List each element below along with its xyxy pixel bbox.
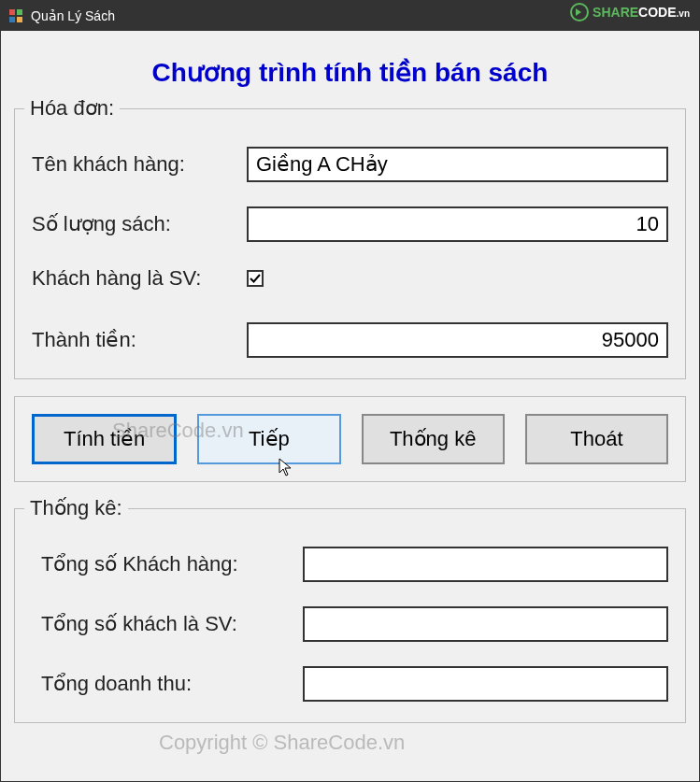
stats-group: Thống kê: Tổng số Khách hàng: Tổng số kh… [14, 508, 686, 723]
invoice-group: Hóa đơn: Tên khách hàng: Số lượng sách: … [14, 108, 686, 379]
exit-button[interactable]: Thoát [525, 414, 668, 464]
row-total-customers: Tổng số Khách hàng: [32, 547, 668, 582]
stats-button[interactable]: Thống kê [362, 414, 505, 464]
invoice-legend: Hóa đơn: [24, 96, 120, 121]
button-panel: Tính tiền Tiếp Thống kê Thoát [14, 396, 686, 482]
row-quantity: Số lượng sách: [32, 206, 668, 242]
total-customers-input[interactable] [303, 547, 668, 582]
row-total-revenue: Tổng doanh thu: [32, 666, 668, 702]
customer-input[interactable] [247, 147, 668, 182]
row-total: Thành tiền: [32, 322, 668, 358]
app-icon [8, 8, 23, 23]
sv-checkbox[interactable] [247, 270, 264, 287]
total-label: Thành tiền: [32, 328, 247, 352]
total-sv-label: Tổng số khách là SV: [32, 612, 303, 636]
total-sv-input[interactable] [303, 606, 668, 642]
total-input[interactable] [247, 322, 668, 358]
qty-label: Số lượng sách: [32, 212, 247, 236]
svg-rect-0 [9, 9, 15, 15]
total-revenue-input[interactable] [303, 666, 668, 702]
stats-legend: Thống kê: [24, 496, 128, 520]
app-window: Quản Lý Sách SHARECODE.vn Chương trình t… [0, 0, 700, 782]
content-area: Chương trình tính tiền bán sách Hóa đơn:… [1, 31, 699, 749]
svg-rect-3 [17, 17, 22, 22]
svg-rect-2 [9, 17, 15, 22]
sharecode-logo: SHARECODE.vn [570, 3, 690, 21]
row-customer: Tên khách hàng: [32, 147, 668, 182]
qty-input[interactable] [247, 206, 668, 242]
calc-button[interactable]: Tính tiền [32, 414, 177, 464]
next-button[interactable]: Tiếp [197, 414, 340, 464]
customer-label: Tên khách hàng: [32, 152, 247, 177]
page-title: Chương trình tính tiền bán sách [14, 57, 686, 88]
sv-label: Khách hàng là SV: [32, 266, 247, 291]
row-total-sv: Tổng số khách là SV: [32, 606, 668, 642]
titlebar: Quản Lý Sách SHARECODE.vn [1, 1, 699, 31]
total-customers-label: Tổng số Khách hàng: [32, 552, 303, 576]
svg-rect-1 [17, 9, 22, 15]
row-sv: Khách hàng là SV: [32, 266, 668, 291]
total-revenue-label: Tổng doanh thu: [32, 672, 303, 696]
